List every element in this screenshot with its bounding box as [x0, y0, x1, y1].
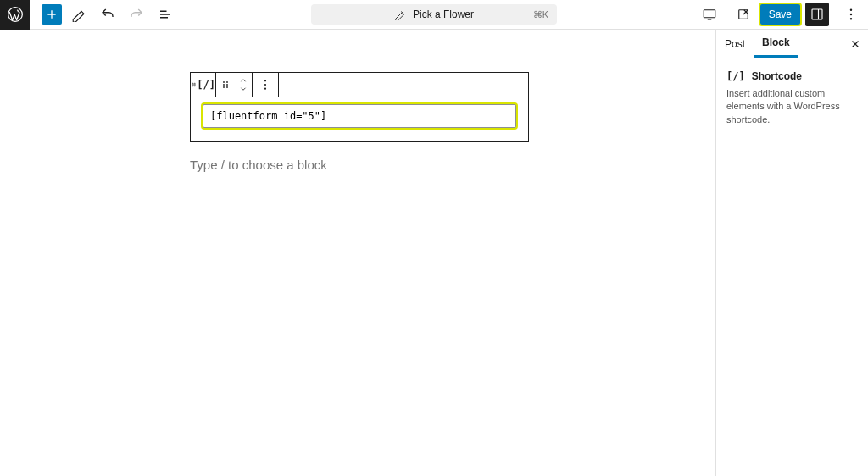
shortcode-input[interactable]: [203, 104, 516, 128]
svg-point-4: [850, 9, 852, 11]
svg-point-13: [264, 80, 266, 81]
move-up-button[interactable]: [238, 76, 248, 85]
view-desktop-button[interactable]: [698, 3, 721, 26]
options-button[interactable]: [839, 3, 863, 26]
svg-point-6: [850, 18, 852, 19]
svg-rect-1: [704, 10, 715, 18]
command-center-shortcut: ⌘K: [533, 9, 548, 20]
command-center[interactable]: Pick a Flower ⌘K: [311, 4, 557, 25]
save-button[interactable]: Save: [760, 4, 800, 25]
block-type-button[interactable]: [/]: [191, 73, 216, 97]
sidebar-block-title: Shortcode: [752, 70, 802, 82]
svg-point-15: [264, 88, 266, 90]
editor-topbar: Pick a Flower ⌘K Save: [0, 0, 868, 30]
tab-post[interactable]: Post: [716, 30, 754, 58]
add-block-button[interactable]: [42, 4, 62, 25]
tools-button[interactable]: [67, 3, 91, 26]
view-template-button[interactable]: [732, 3, 755, 26]
svg-point-9: [223, 84, 225, 86]
editor-canvas[interactable]: [/]: [0, 30, 715, 476]
document-overview-button[interactable]: [153, 3, 177, 26]
drag-handle[interactable]: [216, 73, 235, 97]
close-sidebar-button[interactable]: [843, 30, 868, 58]
command-center-title: Pick a Flower: [413, 8, 474, 20]
svg-point-8: [226, 81, 228, 83]
block-options-button[interactable]: [253, 73, 278, 97]
redo-button: [125, 3, 148, 26]
settings-panel-toggle[interactable]: [805, 3, 829, 26]
block-toolbar: [/]: [190, 72, 279, 97]
settings-sidebar: Post Block [/] Shortcode Insert addition…: [715, 30, 868, 476]
move-down-button[interactable]: [238, 85, 248, 93]
svg-point-14: [264, 84, 266, 86]
tab-block[interactable]: Block: [754, 30, 798, 58]
shortcode-icon: [/]: [726, 70, 745, 82]
wordpress-logo[interactable]: [0, 0, 30, 30]
svg-point-10: [226, 84, 228, 86]
block-appender-placeholder[interactable]: Type / to choose a block: [190, 158, 715, 172]
svg-point-5: [850, 14, 852, 15]
undo-button[interactable]: [96, 3, 120, 26]
svg-point-7: [223, 81, 225, 83]
svg-rect-3: [812, 9, 822, 19]
sidebar-block-description: Insert additional custom elements with a…: [726, 87, 858, 126]
svg-point-11: [223, 86, 225, 88]
svg-point-12: [226, 86, 228, 88]
